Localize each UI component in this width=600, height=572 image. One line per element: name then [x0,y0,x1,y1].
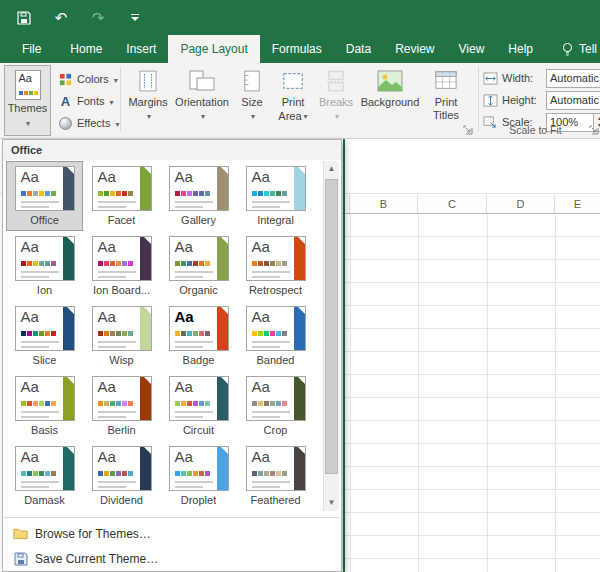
scroll-down-icon[interactable]: ▼ [324,495,339,511]
theme-swatch [181,471,186,476]
width-row: Width: Automatic [483,68,600,88]
redo-icon[interactable]: ↷ [89,9,107,27]
thumb-text-line [252,341,290,343]
orientation-button[interactable]: Orientation [173,66,231,134]
tab-help[interactable]: Help [496,35,545,63]
theme-item-facet[interactable]: AaFacet [83,161,160,231]
theme-item-organic[interactable]: AaOrganic [160,231,237,301]
colors-button[interactable]: Colors [58,69,118,89]
page-curl [221,447,228,454]
tab-label: Help [508,42,533,56]
fonts-button[interactable]: Fonts [58,91,114,111]
theme-swatches [175,191,210,196]
theme-item-ion-board[interactable]: AaIon Board... [83,231,160,301]
theme-swatches [98,471,133,476]
theme-item-office[interactable]: AaOffice [6,161,83,231]
theme-swatches [175,331,210,336]
width-select[interactable]: Automatic [546,69,600,88]
theme-swatch [104,191,109,196]
tab-page-layout[interactable]: Page Layout [168,35,259,63]
theme-item-integral[interactable]: AaIntegral [237,161,314,231]
theme-swatch [39,331,44,336]
tab-tell-me-w[interactable]: Tell me w [549,35,600,63]
tab-formulas[interactable]: Formulas [260,35,334,63]
theme-item-feathered[interactable]: AaFeathered [237,441,314,511]
column-header-b[interactable]: B [350,195,418,213]
theme-item-badge[interactable]: AaBadge [160,301,237,371]
undo-icon[interactable]: ↶ [52,9,70,27]
column-header-d[interactable]: D [487,195,555,213]
group-separator [120,67,121,131]
height-select[interactable]: Automatic [546,91,600,110]
theme-swatch [193,401,198,406]
size-button[interactable]: Size [233,66,271,134]
tab-insert[interactable]: Insert [114,35,168,63]
breaks-icon [327,66,345,96]
tab-data[interactable]: Data [334,35,383,63]
theme-swatch [51,261,56,266]
theme-item-gallery[interactable]: AaGallery [160,161,237,231]
theme-swatch [45,401,50,406]
margins-button[interactable]: Margins [125,66,171,134]
page-setup-dialog-launcher[interactable] [462,124,474,136]
effects-button[interactable]: Effects [58,113,119,133]
page-curl [298,307,305,314]
page-curl [67,307,74,314]
theme-item-crop[interactable]: AaCrop [237,371,314,441]
theme-item-retrospect[interactable]: AaRetrospect [237,231,314,301]
theme-item-basis[interactable]: AaBasis [6,371,83,441]
thumb-text-line [175,276,203,278]
theme-swatch [122,401,127,406]
scrollbar-thumb[interactable] [325,179,338,474]
tab-label: View [459,42,485,56]
thumb-text-line [175,486,203,488]
theme-swatch [27,331,32,336]
print-area-button[interactable]: Print Area [273,66,313,134]
page-curl [144,377,151,384]
theme-swatch [199,471,204,476]
theme-item-circuit[interactable]: AaCircuit [160,371,237,441]
theme-label: Basis [31,424,58,436]
tab-file[interactable]: File [8,35,55,63]
save-current-theme-item[interactable]: Save Current Theme… [4,546,340,571]
cell-grid[interactable] [342,214,600,572]
theme-item-dividend[interactable]: AaDividend [83,441,160,511]
theme-item-damask[interactable]: AaDamask [6,441,83,511]
theme-swatch [276,401,281,406]
theme-swatch [270,401,275,406]
theme-item-wisp[interactable]: AaWisp [83,301,160,371]
themes-button[interactable]: Aa Themes [4,65,51,136]
theme-swatch [175,331,180,336]
theme-swatch [98,191,103,196]
tab-home[interactable]: Home [58,35,114,63]
theme-swatch [33,401,38,406]
page-curl [144,167,151,174]
tab-review[interactable]: Review [383,35,446,63]
theme-item-slice[interactable]: AaSlice [6,301,83,371]
thumb-text-line [98,271,136,273]
column-header-c[interactable]: C [418,195,487,213]
theme-item-berlin[interactable]: AaBerlin [83,371,160,441]
theme-item-banded[interactable]: AaBanded [237,301,314,371]
theme-swatch [122,191,127,196]
theme-item-ion[interactable]: AaIon [6,231,83,301]
thumb-text-line [21,201,59,203]
background-button[interactable]: Background [359,66,421,134]
browse-for-themes-item[interactable]: Browse for Themes… [4,521,340,546]
scroll-up-icon[interactable]: ▲ [324,161,339,177]
theme-item-droplet[interactable]: AaDroplet [160,441,237,511]
theme-label: Slice [33,354,57,366]
customize-quick-access-icon[interactable] [126,9,144,27]
theme-swatch [128,191,133,196]
tab-bar: FileHomeInsertPage LayoutFormulasDataRev… [0,35,600,63]
column-header-e[interactable]: E [555,195,600,213]
theme-thumbnail: Aa [169,306,229,351]
save-icon[interactable] [15,9,33,27]
thumb-text-line [252,346,280,348]
scale-to-fit-dialog-launcher[interactable] [588,124,600,136]
theme-swatch [282,191,287,196]
theme-label: Dividend [100,494,143,506]
theme-label: Berlin [107,424,135,436]
gallery-scrollbar[interactable]: ▲ ▼ [323,161,339,511]
tab-view[interactable]: View [447,35,497,63]
